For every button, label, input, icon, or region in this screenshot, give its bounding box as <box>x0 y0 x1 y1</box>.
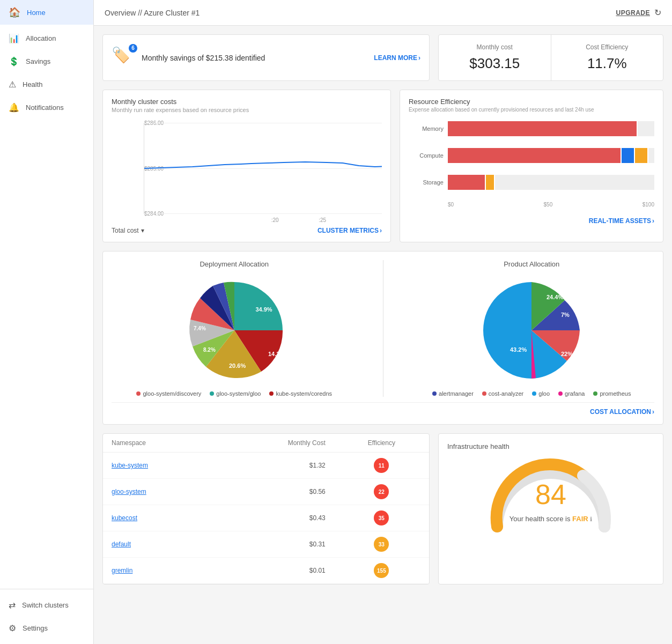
monthly-costs-chart-card: Monthly cluster costs Monthly run rate e… <box>102 90 391 242</box>
svg-text:7.4%: 7.4% <box>194 325 206 331</box>
upgrade-button[interactable]: UPGRADE <box>616 9 650 17</box>
row-efficiency: 11 <box>334 453 429 479</box>
legend-gloo-product: gloo <box>532 390 550 397</box>
product-allocation-block: Product Allocation <box>409 260 655 397</box>
svg-text:24.4%: 24.4% <box>547 294 563 300</box>
row-cost: $0.43 <box>217 505 334 531</box>
table-header: Namespace Monthly Cost Efficiency <box>103 434 429 453</box>
learn-more-link[interactable]: LEARN MORE › <box>374 54 420 62</box>
info-icon[interactable]: ℹ <box>590 516 592 522</box>
table-row: kubecost $0.43 35 <box>103 505 429 531</box>
line-svg <box>144 123 382 213</box>
bar-chart-footer: REAL-TIME ASSETS › <box>409 217 654 225</box>
efficiency-badge: 33 <box>374 537 389 552</box>
x-label-20: :20 <box>271 217 279 223</box>
cost-allocation-link[interactable]: COST ALLOCATION › <box>590 408 654 416</box>
monthly-cost-value: $303.15 <box>449 55 540 72</box>
compute-bar <box>448 148 654 163</box>
health-rating: FAIR <box>572 515 588 523</box>
svg-text:34.9%: 34.9% <box>255 306 272 313</box>
bar-chart: Memory Compute <box>409 121 654 208</box>
prometheus-label: prometheus <box>600 390 631 397</box>
line-chart: $286.00 $285.00 $284.00 :20 :25 <box>144 123 382 214</box>
memory-label: Memory <box>409 125 444 132</box>
storage-bar <box>448 175 654 190</box>
sidebar: 🏠 Home 📊 Allocation 💲 Savings ⚠ Health 🔔… <box>0 0 94 644</box>
legend-prometheus: prometheus <box>593 390 631 397</box>
alertmanager-label: alertmanager <box>439 390 474 397</box>
bar-chart-icon: 📊 <box>9 33 19 43</box>
namespace-link[interactable]: default <box>103 531 217 558</box>
sidebar-switch-label: Switch clusters <box>22 601 69 609</box>
bell-icon: 🔔 <box>9 102 19 113</box>
sidebar-allocation-label: Allocation <box>26 34 56 42</box>
refresh-icon[interactable]: ↻ <box>654 8 661 18</box>
efficiency-badge: 155 <box>374 563 389 578</box>
switch-icon: ⇄ <box>9 600 16 610</box>
namespace-table: Namespace Monthly Cost Efficiency kube-s… <box>103 434 429 584</box>
gloo-dot <box>210 391 214 396</box>
sidebar-savings-label: Savings <box>26 57 50 65</box>
svg-text:8.2%: 8.2% <box>203 347 216 353</box>
deployment-legend: gloo-system/discovery gloo-system/gloo k… <box>136 390 332 397</box>
cluster-metrics-link[interactable]: CLUSTER METRICS › <box>317 227 382 234</box>
namespace-link[interactable]: gloo-system <box>103 479 217 505</box>
table-row: gremlin $0.01 155 <box>103 558 429 584</box>
memory-free <box>638 121 654 136</box>
row-cost: $0.56 <box>217 479 334 505</box>
row-efficiency: 33 <box>334 531 429 558</box>
legend-gloo: gloo-system/gloo <box>210 390 261 397</box>
grafana-dot <box>558 391 563 396</box>
metrics-card: Monthly cost $303.15 Cost Efficiency 11.… <box>438 34 663 81</box>
sidebar-item-home[interactable]: 🏠 Home <box>0 0 93 25</box>
pie-divider <box>383 260 383 397</box>
sidebar-item-notifications[interactable]: 🔔 Notifications <box>0 96 93 119</box>
x-label-25: :25 <box>319 217 326 223</box>
alertmanager-dot <box>432 391 437 396</box>
compute-orange <box>635 148 647 163</box>
sidebar-item-settings[interactable]: ⚙ Settings <box>0 617 93 640</box>
storage-free <box>495 175 654 190</box>
chevron-right-icon-4: › <box>652 408 654 416</box>
svg-text:20.6%: 20.6% <box>229 362 246 369</box>
resource-efficiency-card: Resource Efficiency Expense allocation b… <box>400 90 663 242</box>
monthly-cost-label: Monthly cost <box>449 43 540 51</box>
svg-text:22%: 22% <box>561 351 573 357</box>
legend-discovery: gloo-system/discovery <box>136 390 201 397</box>
x-100: $100 <box>643 202 654 208</box>
deployment-pie-chart: 34.9% 14.2% 20.6% 8.2% 7.4% <box>181 277 288 384</box>
sidebar-notifications-label: Notifications <box>26 103 64 112</box>
sidebar-bottom: ⇄ Switch clusters ⚙ Settings <box>0 589 93 644</box>
header-actions: UPGRADE ↻ <box>616 8 661 18</box>
gloo-label: gloo-system/gloo <box>216 390 261 397</box>
row-cost: $1.32 <box>217 453 334 479</box>
gloo-product-dot <box>532 391 536 396</box>
monthly-costs-subtitle: Monthly run rate expenses based on resou… <box>112 107 382 113</box>
col-monthly-cost: Monthly Cost <box>217 434 334 453</box>
sidebar-item-allocation[interactable]: 📊 Allocation <box>0 27 93 50</box>
chevron-right-icon-3: › <box>652 217 654 225</box>
sidebar-item-savings[interactable]: 💲 Savings <box>0 50 93 73</box>
sidebar-item-health[interactable]: ⚠ Health <box>0 73 93 96</box>
legend-alertmanager: alertmanager <box>432 390 474 397</box>
banner-badge: 6 <box>129 44 137 53</box>
health-score-label: Your health score is FAIR ℹ <box>509 515 593 523</box>
sidebar-item-switch-clusters[interactable]: ⇄ Switch clusters <box>0 594 93 617</box>
efficiency-badge: 35 <box>374 510 389 525</box>
x-50: $50 <box>544 202 553 208</box>
monthly-costs-title: Monthly cluster costs <box>112 98 382 106</box>
legend-coredns: kube-system/coredns <box>269 390 332 397</box>
cost-efficiency-block: Cost Efficiency 11.7% <box>551 35 663 80</box>
total-cost-selector[interactable]: Total cost ▾ <box>112 227 144 234</box>
row-efficiency: 35 <box>334 505 429 531</box>
infrastructure-health-card: Infrastructure health 84 Your health sco… <box>438 433 663 584</box>
namespace-link[interactable]: kube-system <box>103 453 217 479</box>
compute-blue <box>622 148 634 163</box>
table-row: kube-system $1.32 11 <box>103 453 429 479</box>
namespace-link[interactable]: gremlin <box>103 558 217 584</box>
real-time-assets-link[interactable]: REAL-TIME ASSETS › <box>589 217 654 225</box>
namespace-link[interactable]: kubecost <box>103 505 217 531</box>
product-legend: alertmanager cost-analyzer gloo gra <box>432 390 631 397</box>
row-cost: $0.01 <box>217 558 334 584</box>
infrastructure-health-title: Infrastructure health <box>447 442 654 450</box>
